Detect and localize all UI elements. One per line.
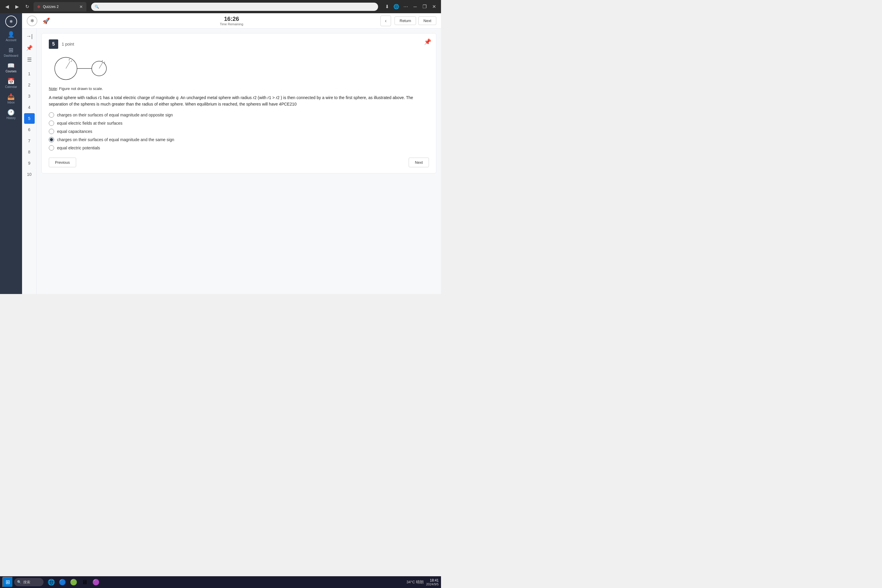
nav-num-9[interactable]: 9: [24, 158, 35, 168]
nav-pin-button[interactable]: 📌: [24, 43, 35, 53]
nav-num-6[interactable]: 6: [24, 124, 35, 135]
sidebar-logo: ❄: [5, 16, 17, 27]
answer-option-4-text: charges on their surfaces of equal magni…: [57, 137, 174, 142]
question-number-badge: 5: [49, 39, 58, 49]
top-bar: ❄ 🚀 16:26 Time Remaining ‹ Return Next: [22, 13, 441, 28]
diagram-container: r 1 r 2: [51, 52, 429, 82]
close-window-button[interactable]: ✕: [430, 3, 438, 11]
card-nav: Previous Next: [49, 158, 429, 167]
download-button[interactable]: ⬇: [383, 3, 391, 11]
svg-line-6: [99, 63, 103, 69]
svg-text:1: 1: [71, 60, 72, 62]
nav-num-3[interactable]: 3: [24, 91, 35, 101]
answer-option-2[interactable]: equal electric fields at their surfaces: [49, 120, 429, 126]
top-bar-logo: ❄: [27, 16, 38, 26]
sidebar-collapse-button[interactable]: ‹: [380, 16, 391, 26]
nav-num-2[interactable]: 2: [24, 80, 35, 90]
question-header: 5 1 point: [49, 39, 429, 49]
note-underline: Note: [49, 86, 57, 91]
answer-option-5-text: equal electric potentials: [57, 146, 100, 150]
history-icon: 🕐: [8, 109, 15, 116]
nav-num-1[interactable]: 1: [24, 69, 35, 79]
previous-button[interactable]: Previous: [49, 158, 76, 167]
content-area: 5 1 point 📌 r 1: [37, 28, 441, 294]
logo-icon: ❄: [9, 19, 13, 24]
sidebar-item-inbox[interactable]: 📥 Inbox: [0, 91, 22, 106]
back-button[interactable]: ◀: [3, 3, 11, 11]
svg-text:2: 2: [104, 61, 105, 64]
inbox-icon: 📥: [8, 93, 15, 100]
nav-num-5[interactable]: 5: [24, 113, 35, 124]
main-body: →| 📌 ☰ 1 2 3 4 5 6 7 8 9 10: [22, 28, 441, 294]
nav-menu-button[interactable]: ☰: [24, 54, 35, 65]
nav-collapse-button[interactable]: →|: [24, 31, 35, 42]
sidebar-item-account[interactable]: 👤 Account: [0, 28, 22, 44]
next-question-button[interactable]: Next: [409, 158, 429, 167]
return-button[interactable]: Return: [394, 16, 416, 25]
calendar-icon: 📅: [8, 78, 15, 85]
answer-options: charges on their surfaces of equal magni…: [49, 112, 429, 150]
answer-option-1-text: charges on their surfaces of equal magni…: [57, 112, 173, 117]
answer-option-4[interactable]: charges on their surfaces of equal magni…: [49, 137, 429, 142]
app-container: ❄ 👤 Account ⊞ Dashboard 📖 Courses 📅 Cale…: [0, 13, 441, 294]
search-icon: 🔍: [94, 5, 99, 9]
browser-actions: ⬇ 🌐 ⋯ ─ ❐ ✕: [383, 3, 438, 11]
radio-option-5[interactable]: [49, 145, 54, 150]
timer-section: 16:26 Time Remaining: [220, 16, 243, 26]
main-layout: ❄ 🚀 16:26 Time Remaining ‹ Return Next →…: [22, 13, 441, 294]
question-pin-button[interactable]: 📌: [424, 38, 431, 45]
address-bar[interactable]: 🔍: [91, 3, 378, 11]
tab-title: Quizzes 2: [43, 5, 58, 9]
reload-button[interactable]: ↻: [23, 3, 31, 11]
radio-option-2[interactable]: [49, 120, 54, 126]
close-tab-button[interactable]: ✕: [80, 4, 83, 9]
dashboard-icon: ⊞: [9, 46, 14, 54]
globe-button[interactable]: 🌐: [392, 3, 400, 11]
more-button[interactable]: ⋯: [402, 3, 410, 11]
sidebar-label-courses: Courses: [6, 70, 16, 73]
nav-num-10[interactable]: 10: [24, 169, 35, 180]
top-bar-actions: Return Next: [394, 16, 436, 25]
answer-option-5[interactable]: equal electric potentials: [49, 145, 429, 150]
forward-button[interactable]: ▶: [13, 3, 21, 11]
svg-line-1: [66, 61, 70, 69]
question-points: 1 point: [62, 42, 74, 46]
browser-chrome: ◀ ▶ ↻ ❄ Quizzes 2 ✕ 🔍 ⬇ 🌐 ⋯ ─ ❐ ✕: [0, 0, 441, 13]
sidebar-label-dashboard: Dashboard: [4, 54, 18, 57]
sphere-diagram: r 1 r 2: [51, 52, 116, 82]
nav-num-4[interactable]: 4: [24, 102, 35, 112]
nav-panel: →| 📌 ☰ 1 2 3 4 5 6 7 8 9 10: [22, 28, 37, 294]
account-icon: 👤: [8, 31, 15, 38]
answer-option-3[interactable]: equal capacitances: [49, 129, 429, 134]
sidebar-label-calendar: Calendar: [5, 85, 17, 88]
courses-icon: 📖: [8, 62, 15, 69]
sidebar-label-account: Account: [6, 39, 16, 42]
minimize-button[interactable]: ─: [411, 3, 419, 11]
sidebar-label-history: History: [6, 116, 16, 120]
sidebar-label-inbox: Inbox: [8, 101, 14, 104]
radio-option-4[interactable]: [49, 137, 54, 142]
answer-option-2-text: equal electric fields at their surfaces: [57, 121, 123, 126]
nav-panel-numbers: 1 2 3 4 5 6 7 8 9 10: [24, 69, 35, 180]
sidebar-item-calendar[interactable]: 📅 Calendar: [0, 75, 22, 91]
radio-option-3[interactable]: [49, 129, 54, 134]
maximize-button[interactable]: ❐: [420, 3, 429, 11]
rocket-button[interactable]: 🚀: [41, 16, 51, 26]
browser-controls: ◀ ▶ ↻: [3, 3, 31, 11]
timer-label: Time Remaining: [220, 22, 243, 26]
note-text: Note: Figure not drawn to scale.: [49, 86, 429, 91]
question-card: 5 1 point 📌 r 1: [42, 33, 436, 174]
timer-value: 16:26: [220, 16, 243, 22]
tab-favicon: ❄: [37, 4, 40, 9]
nav-num-8[interactable]: 8: [24, 147, 35, 157]
next-header-button[interactable]: Next: [418, 16, 436, 25]
nav-num-7[interactable]: 7: [24, 135, 35, 146]
topbar-logo-icon: ❄: [30, 18, 34, 24]
question-text: A metal sphere with radius r1 has a tota…: [49, 94, 429, 108]
sidebar-item-history[interactable]: 🕐 History: [0, 106, 22, 122]
sidebar: ❄ 👤 Account ⊞ Dashboard 📖 Courses 📅 Cale…: [0, 13, 22, 294]
radio-option-1[interactable]: [49, 112, 54, 118]
sidebar-item-courses[interactable]: 📖 Courses: [0, 60, 22, 75]
answer-option-1[interactable]: charges on their surfaces of equal magni…: [49, 112, 429, 118]
sidebar-item-dashboard[interactable]: ⊞ Dashboard: [0, 44, 22, 60]
